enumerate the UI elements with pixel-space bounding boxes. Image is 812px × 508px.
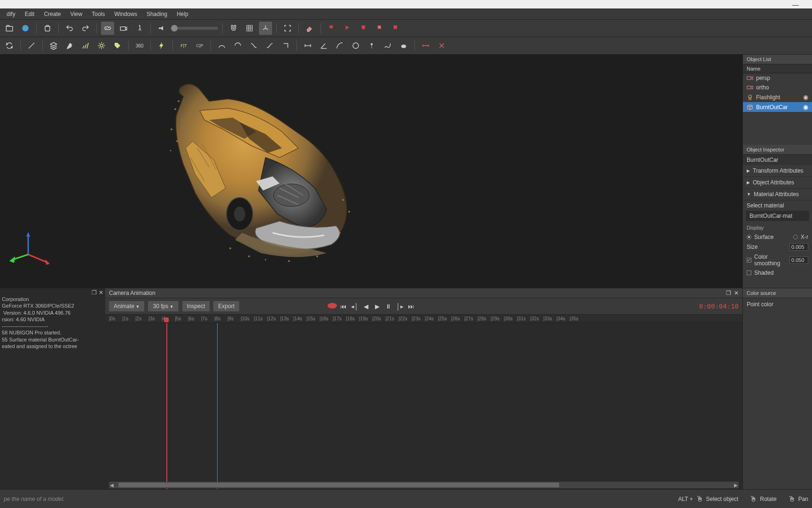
timeline-ruler[interactable]: |0s|1s|2s|3s|4s|5s|6s|7s|8s|9s|10s|11s|1… bbox=[105, 315, 742, 323]
magnet-icon[interactable] bbox=[227, 22, 240, 35]
minimize-icon[interactable]: — bbox=[792, 1, 799, 8]
eraser-icon[interactable] bbox=[303, 22, 316, 35]
xray-radio[interactable] bbox=[793, 235, 798, 239]
console-popout-icon[interactable]: ❐ bbox=[92, 289, 97, 296]
menu-windows[interactable]: Windows bbox=[109, 9, 142, 19]
ruler-tick: |6s bbox=[188, 316, 201, 321]
play-back-icon[interactable]: ◀ bbox=[361, 303, 371, 310]
globe-icon[interactable] bbox=[19, 22, 32, 35]
blob-icon[interactable] bbox=[397, 39, 410, 52]
arc-icon[interactable] bbox=[333, 39, 346, 52]
play-icon[interactable]: ▶ bbox=[373, 303, 382, 310]
flag-play-icon[interactable] bbox=[341, 22, 354, 35]
bolt-icon[interactable] bbox=[155, 39, 168, 52]
clip-icon[interactable]: C|P bbox=[193, 39, 206, 52]
menu-view[interactable]: View bbox=[65, 9, 87, 19]
forward-end-icon[interactable]: ⏭ bbox=[406, 303, 416, 310]
speed-icon[interactable] bbox=[155, 22, 168, 35]
visibility-icon[interactable]: ◉ bbox=[803, 94, 808, 101]
fit-icon[interactable]: F|T bbox=[177, 39, 190, 52]
visibility-icon[interactable]: ◉ bbox=[803, 103, 808, 111]
distance-icon[interactable] bbox=[419, 39, 432, 52]
redo-icon[interactable] bbox=[79, 22, 92, 35]
rewind-start-icon[interactable]: ⏮ bbox=[339, 303, 348, 310]
step-fwd-icon[interactable]: │▸ bbox=[395, 303, 405, 310]
size-input[interactable] bbox=[789, 243, 808, 251]
export-button[interactable]: Export bbox=[213, 301, 239, 311]
camera-icon[interactable] bbox=[117, 22, 130, 35]
section-transform[interactable]: ▶Transform Attributes bbox=[743, 165, 812, 177]
grid-icon[interactable] bbox=[243, 22, 256, 35]
flag-red-icon[interactable] bbox=[325, 22, 338, 35]
surface-radio[interactable] bbox=[747, 235, 751, 239]
flag-settings-icon[interactable] bbox=[389, 22, 402, 35]
tag-icon[interactable] bbox=[111, 39, 124, 52]
section-object-attrs[interactable]: ▶Object Attributes bbox=[743, 177, 812, 189]
menu-shading[interactable]: Shading bbox=[142, 9, 172, 19]
menu-help[interactable]: Help bbox=[172, 9, 193, 19]
compare-icon[interactable] bbox=[435, 39, 448, 52]
material-name-field[interactable]: BurntOutCar-mat bbox=[746, 211, 809, 221]
record-icon[interactable] bbox=[328, 303, 337, 309]
hammer-icon[interactable] bbox=[63, 39, 76, 52]
flag-down-icon[interactable] bbox=[357, 22, 370, 35]
flag-x-icon[interactable] bbox=[373, 22, 386, 35]
curve4-icon[interactable] bbox=[263, 39, 276, 52]
curve2-icon[interactable] bbox=[231, 39, 244, 52]
axes-icon[interactable] bbox=[259, 22, 272, 35]
mesh-icon bbox=[747, 104, 753, 111]
circle-icon[interactable] bbox=[349, 39, 362, 52]
timeline-track[interactable] bbox=[105, 323, 742, 489]
anim-close-icon[interactable]: ✕ bbox=[734, 290, 739, 296]
spline-icon[interactable] bbox=[381, 39, 394, 52]
anim-popout-icon[interactable]: ❐ bbox=[726, 290, 731, 296]
svg-marker-31 bbox=[9, 256, 15, 263]
frame-icon[interactable] bbox=[281, 22, 294, 35]
object-burntoutcar[interactable]: BurntOutCar ◉ bbox=[743, 102, 812, 112]
pause-icon[interactable]: ⏸ bbox=[384, 303, 393, 310]
console-close-icon[interactable]: ✕ bbox=[99, 289, 103, 296]
model-burntoutcar[interactable] bbox=[157, 75, 359, 263]
refresh-icon[interactable] bbox=[3, 39, 16, 52]
svg-point-17 bbox=[170, 150, 172, 151]
shaded-row: Shaded bbox=[743, 268, 812, 278]
dimension-icon[interactable] bbox=[301, 39, 314, 52]
object-persp[interactable]: persp bbox=[743, 73, 812, 83]
3d-viewport[interactable] bbox=[0, 55, 742, 289]
loop-marker[interactable] bbox=[217, 323, 218, 489]
curve5-icon[interactable] bbox=[279, 39, 292, 52]
360-icon[interactable]: 360 bbox=[133, 39, 146, 52]
curve1-icon[interactable] bbox=[215, 39, 228, 52]
smoothing-checkbox[interactable] bbox=[747, 258, 751, 262]
menu-edit[interactable]: Edit bbox=[20, 9, 39, 19]
animate-dropdown[interactable]: Animate bbox=[109, 301, 144, 311]
menu-modify[interactable]: dify bbox=[2, 9, 20, 19]
speed-slider[interactable] bbox=[171, 27, 218, 30]
menu-tools[interactable]: Tools bbox=[87, 9, 109, 19]
timeline-scrollbar[interactable] bbox=[109, 482, 739, 488]
menu-create[interactable]: Create bbox=[39, 9, 65, 19]
smoothing-input[interactable] bbox=[789, 256, 808, 264]
shaded-checkbox[interactable] bbox=[747, 270, 751, 275]
fps-dropdown[interactable]: 30 fps bbox=[148, 301, 178, 311]
section-material-attrs[interactable]: ▼Material Attributes bbox=[743, 189, 812, 200]
rays-icon[interactable] bbox=[79, 39, 92, 52]
mouse-middle-icon: 🖱 bbox=[788, 495, 796, 503]
undo-icon[interactable] bbox=[63, 22, 76, 35]
link-icon[interactable] bbox=[101, 22, 114, 35]
walk-icon[interactable] bbox=[133, 22, 146, 35]
keyframe-marker[interactable] bbox=[164, 318, 169, 322]
open-icon[interactable] bbox=[3, 22, 16, 35]
object-flashlight[interactable]: Flashlight ◉ bbox=[743, 92, 812, 102]
trash-icon[interactable] bbox=[41, 22, 54, 35]
curve3-icon[interactable] bbox=[247, 39, 260, 52]
inspect-button[interactable]: Inspect bbox=[182, 301, 210, 311]
playhead[interactable] bbox=[166, 323, 167, 489]
step-back-icon[interactable]: ◂│ bbox=[350, 303, 359, 310]
point-icon[interactable] bbox=[365, 39, 378, 52]
angle-icon[interactable] bbox=[317, 39, 330, 52]
layers-icon[interactable] bbox=[47, 39, 60, 52]
object-ortho[interactable]: ortho bbox=[743, 83, 812, 92]
sun-icon[interactable] bbox=[95, 39, 108, 52]
edge-icon[interactable] bbox=[25, 39, 38, 52]
